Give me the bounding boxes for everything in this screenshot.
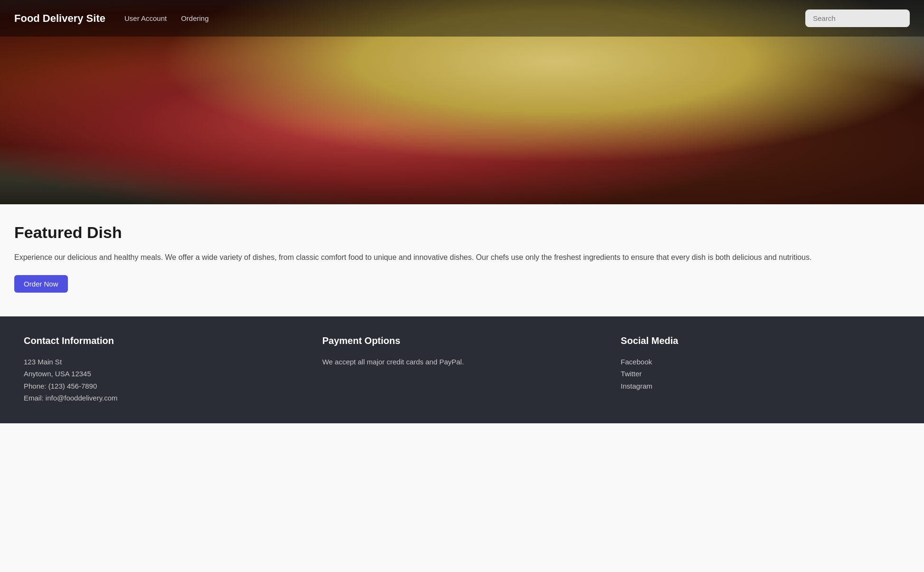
footer-contact: Contact Information 123 Main St Anytown,… bbox=[14, 331, 313, 409]
featured-dish-description: Experience our delicious and healthy mea… bbox=[14, 251, 910, 264]
contact-email: Email: info@fooddelivery.com bbox=[24, 392, 303, 404]
nav-links: User Account Ordering bbox=[124, 14, 805, 22]
contact-address-line2: Anytown, USA 12345 bbox=[24, 368, 303, 380]
order-now-button[interactable]: Order Now bbox=[14, 275, 68, 293]
hero-header: Food Delivery Site User Account Ordering bbox=[0, 0, 924, 204]
footer-payment: Payment Options We accept all major cred… bbox=[313, 331, 612, 409]
search-container bbox=[805, 10, 910, 27]
social-twitter[interactable]: Twitter bbox=[621, 368, 900, 380]
social-facebook[interactable]: Facebook bbox=[621, 356, 900, 368]
social-title: Social Media bbox=[621, 335, 900, 346]
payment-title: Payment Options bbox=[322, 335, 602, 346]
brand-logo[interactable]: Food Delivery Site bbox=[14, 12, 105, 25]
nav-ordering[interactable]: Ordering bbox=[181, 14, 208, 22]
featured-dish-title: Featured Dish bbox=[14, 223, 910, 242]
nav-user-account[interactable]: User Account bbox=[124, 14, 167, 22]
footer: Contact Information 123 Main St Anytown,… bbox=[0, 316, 924, 423]
payment-description: We accept all major credit cards and Pay… bbox=[322, 356, 602, 368]
contact-title: Contact Information bbox=[24, 335, 303, 346]
main-content: Featured Dish Experience our delicious a… bbox=[0, 204, 924, 316]
contact-address-line1: 123 Main St bbox=[24, 356, 303, 368]
social-instagram[interactable]: Instagram bbox=[621, 380, 900, 392]
contact-phone: Phone: (123) 456-7890 bbox=[24, 380, 303, 392]
search-input[interactable] bbox=[805, 10, 910, 27]
footer-social: Social Media Facebook Twitter Instagram bbox=[611, 331, 910, 409]
navbar: Food Delivery Site User Account Ordering bbox=[0, 0, 924, 37]
